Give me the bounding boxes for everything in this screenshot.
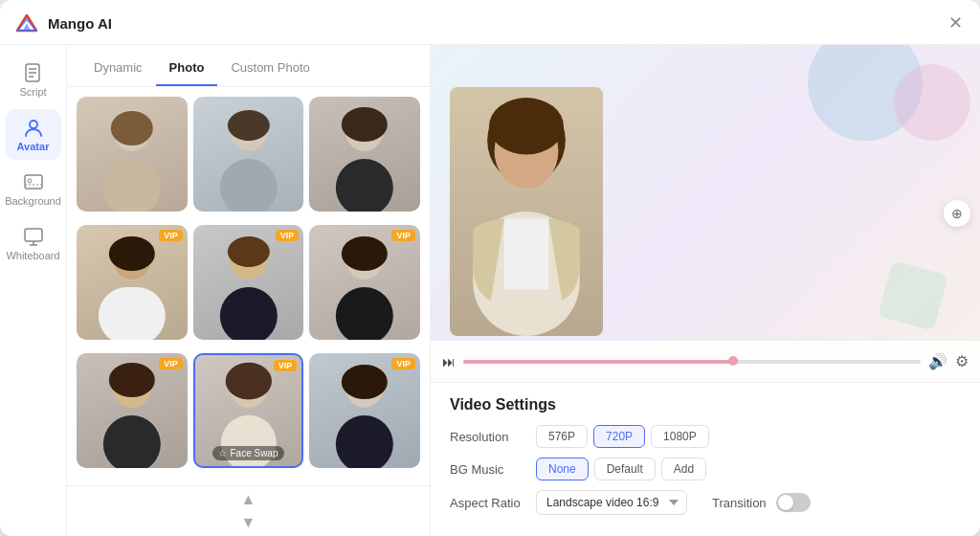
avatar-grid: VIP VIP VIP xyxy=(67,87,430,485)
avatar-card-9[interactable]: VIP xyxy=(309,353,420,468)
transition-toggle[interactable] xyxy=(776,493,811,512)
svg-point-40 xyxy=(342,365,388,399)
preview-area: ⊕ ⏭ 🔊 ⚙ xyxy=(431,45,980,382)
locate-icon: ⊕ xyxy=(951,206,963,221)
sidebar: Script Avatar Background xyxy=(0,45,67,536)
avatar-image-3 xyxy=(309,97,420,212)
avatar-image-4 xyxy=(77,225,188,340)
vip-badge-4: VIP xyxy=(159,230,183,241)
avatar-image-7 xyxy=(77,353,188,468)
vip-badge-8: VIP xyxy=(274,360,298,371)
avatar-image-5 xyxy=(193,225,304,340)
avatar-image-2 xyxy=(193,97,304,212)
avatar-image-6 xyxy=(309,225,420,340)
aspect-ratio-select[interactable]: Landscape video 16:9 Portrait video 9:16… xyxy=(536,490,687,515)
toggle-knob xyxy=(778,495,793,510)
tab-photo[interactable]: Photo xyxy=(156,55,218,86)
sidebar-item-background[interactable]: Background xyxy=(6,164,61,214)
avatar-card-8[interactable]: VIP ☆ Face Swap xyxy=(193,353,304,468)
avatar-card-4[interactable]: VIP xyxy=(77,225,188,340)
bg-music-label: BG Music xyxy=(450,462,526,477)
svg-rect-24 xyxy=(99,287,166,340)
svg-point-16 xyxy=(111,111,153,145)
svg-rect-45 xyxy=(504,218,548,289)
play-button[interactable]: ⏭ xyxy=(442,354,456,369)
aspect-ratio-row: Aspect Ratio Landscape video 16:9 Portra… xyxy=(450,490,961,515)
svg-point-43 xyxy=(489,98,564,154)
scroll-down-button[interactable]: ▼ xyxy=(234,513,264,532)
resolution-576p[interactable]: 576P xyxy=(536,425,588,448)
avatar-card-6[interactable]: VIP xyxy=(309,225,420,340)
close-button[interactable]: ✕ xyxy=(948,14,963,32)
svg-point-7 xyxy=(30,121,37,128)
resolution-row: Resolution 576P 720P 1080P xyxy=(450,425,961,448)
video-controls: ⏭ 🔊 ⚙ xyxy=(431,340,980,382)
volume-button[interactable]: 🔊 xyxy=(928,352,947,370)
svg-rect-18 xyxy=(219,159,277,212)
title-bar-left: Mango AI xyxy=(13,10,112,36)
tab-custom-photo[interactable]: Custom Photo xyxy=(217,55,323,86)
sidebar-label-background: Background xyxy=(5,195,61,207)
settings-title: Video Settings xyxy=(450,396,961,413)
svg-rect-8 xyxy=(25,175,42,189)
center-panel: Dynamic Photo Custom Photo xyxy=(67,45,431,536)
svg-rect-30 xyxy=(336,287,393,340)
resolution-720p[interactable]: 720P xyxy=(593,425,645,448)
app-window: Mango AI ✕ Script xyxy=(0,0,980,536)
svg-point-28 xyxy=(227,236,269,267)
sidebar-label-whiteboard: Whiteboard xyxy=(6,250,59,261)
sidebar-item-script[interactable]: Script xyxy=(6,55,61,105)
vip-badge-5: VIP xyxy=(276,230,300,241)
right-panel: ⊕ ⏭ 🔊 ⚙ Video Settings Re xyxy=(431,45,980,536)
sidebar-item-whiteboard[interactable]: Whiteboard xyxy=(6,218,61,269)
face-swap-icon: ☆ xyxy=(218,448,227,458)
shape-rect xyxy=(878,260,947,330)
svg-point-25 xyxy=(109,236,155,271)
svg-rect-11 xyxy=(25,229,42,241)
app-title: Mango AI xyxy=(48,15,112,32)
title-bar: Mango AI ✕ xyxy=(0,0,980,45)
progress-bar[interactable] xyxy=(463,360,921,364)
avatar-card-5[interactable]: VIP xyxy=(193,225,304,340)
svg-rect-33 xyxy=(103,415,161,468)
resolution-options: 576P 720P 1080P xyxy=(536,425,709,448)
bg-music-row: BG Music None Default Add xyxy=(450,458,961,480)
app-logo xyxy=(13,10,40,36)
main-content: Script Avatar Background xyxy=(0,45,980,536)
avatar-card-2[interactable] xyxy=(193,97,304,212)
svg-point-10 xyxy=(28,179,32,183)
settings-panel: Video Settings Resolution 576P 720P 1080… xyxy=(431,382,980,536)
avatar-card-7[interactable]: VIP xyxy=(77,353,188,468)
sidebar-item-avatar[interactable]: Avatar xyxy=(6,109,61,160)
svg-point-22 xyxy=(342,107,388,142)
vip-badge-9: VIP xyxy=(391,358,415,369)
resolution-1080p[interactable]: 1080P xyxy=(651,425,709,448)
tab-dynamic[interactable]: Dynamic xyxy=(80,55,156,86)
avatar-card-1[interactable] xyxy=(77,97,188,212)
progress-dot xyxy=(728,356,738,366)
tabs: Dynamic Photo Custom Photo xyxy=(67,45,430,87)
avatar-image-9 xyxy=(309,353,420,468)
svg-point-19 xyxy=(227,110,269,141)
script-icon xyxy=(23,62,44,83)
music-default[interactable]: Default xyxy=(594,458,656,480)
face-swap-label: ☆ Face Swap xyxy=(212,446,283,460)
scroll-arrows: ▲ ▼ xyxy=(67,485,430,536)
preview-avatar xyxy=(450,87,603,336)
svg-marker-2 xyxy=(23,23,31,31)
aspect-ratio-label: Aspect Ratio xyxy=(450,496,526,510)
locate-button[interactable]: ⊕ xyxy=(944,200,970,227)
avatar-icon xyxy=(23,117,44,138)
music-none[interactable]: None xyxy=(536,458,589,480)
shape-circle-2 xyxy=(894,64,970,141)
video-settings-button[interactable]: ⚙ xyxy=(955,352,969,370)
vip-badge-6: VIP xyxy=(391,230,415,241)
whiteboard-icon xyxy=(23,226,44,247)
scroll-up-button[interactable]: ▲ xyxy=(234,490,264,509)
music-add[interactable]: Add xyxy=(661,458,706,480)
sidebar-label-script: Script xyxy=(19,86,46,98)
svg-rect-39 xyxy=(336,415,393,468)
background-icon xyxy=(23,171,44,192)
resolution-label: Resolution xyxy=(450,430,526,444)
avatar-card-3[interactable] xyxy=(309,97,420,212)
